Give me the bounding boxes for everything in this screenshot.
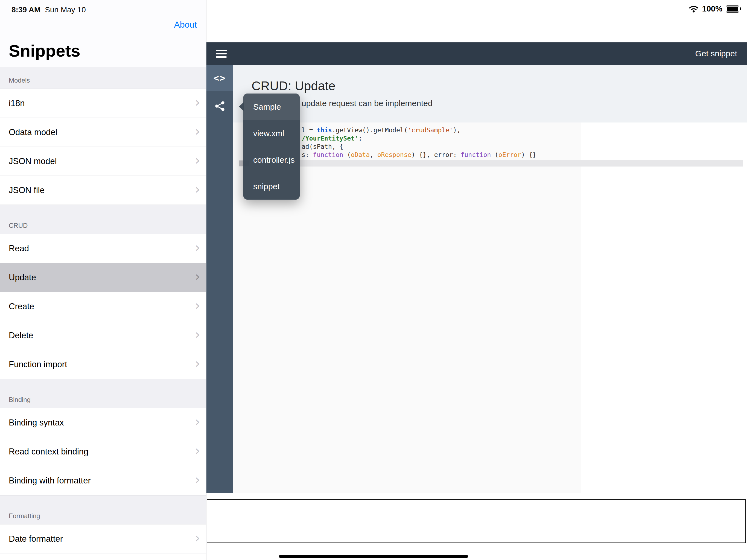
section-header-label: CRUD	[9, 222, 28, 229]
list-item-label: JSON model	[9, 156, 195, 166]
list-item-label: Read context binding	[9, 447, 195, 457]
list-item-read[interactable]: Read›	[0, 234, 206, 263]
code-token: ) {}	[521, 151, 536, 158]
list-item-label: Update	[9, 273, 195, 282]
home-indicator[interactable]	[279, 555, 468, 558]
list-item-update[interactable]: Update›	[0, 263, 206, 292]
hamburger-icon	[216, 50, 227, 51]
sidebar-list: Modelsi18n›Odata model›JSON model›JSON f…	[0, 67, 206, 560]
code-token: oError	[498, 151, 521, 158]
chevron-right-icon: ›	[195, 96, 200, 108]
code-block: l = this.getView().getModel('crudSample'…	[302, 126, 537, 159]
detail-navbar: Get snippet	[206, 42, 747, 65]
list-item-json-model[interactable]: JSON model›	[0, 147, 206, 176]
chevron-right-icon: ›	[195, 241, 200, 254]
list-item-label: Date formatter	[9, 534, 195, 544]
code-token: l =	[302, 127, 317, 134]
section-header-formatting: Formatting	[0, 495, 206, 525]
popover-item-snippet[interactable]: snippet	[243, 173, 300, 200]
code-area-right-margin	[581, 123, 747, 493]
chevron-right-icon: ›	[195, 299, 200, 312]
code-token: .getView().getModel(	[332, 127, 408, 134]
code-horizontal-scrollbar[interactable]	[239, 160, 743, 167]
chevron-right-icon: ›	[195, 444, 200, 457]
section-header-label: Models	[9, 77, 30, 84]
status-date: Sun May 10	[45, 5, 85, 14]
popover-item-label: controller.js	[253, 155, 295, 164]
list-item-label: Read	[9, 244, 195, 253]
status-time: 8:39 AM	[11, 5, 41, 14]
popover-item-controller-js[interactable]: controller.js	[243, 147, 300, 173]
get-snippet-button[interactable]: Get snippet	[695, 49, 737, 58]
code-token: this	[317, 127, 332, 134]
popover-item-label: snippet	[253, 182, 280, 191]
banner-zone	[206, 493, 747, 560]
popover-arrow	[239, 102, 243, 111]
list-item-label: Binding syntax	[9, 418, 195, 428]
code-view-button[interactable]: <>	[206, 65, 233, 91]
list-item-binding-syntax[interactable]: Binding syntax›	[0, 408, 206, 437]
code-token: /YourEntitySet'	[302, 135, 358, 142]
list-item-odata-model[interactable]: Odata model›	[0, 118, 206, 147]
battery-fill	[727, 6, 738, 11]
list-item-formatter-function[interactable]: Formatter function›	[0, 554, 206, 560]
app-screen: 8:39 AMSun May 10 About Snippets Modelsi…	[0, 0, 747, 560]
section-header-models: Models	[0, 67, 206, 89]
banner-frame	[207, 499, 746, 543]
chevron-right-icon: ›	[195, 473, 200, 486]
code-token: function	[313, 151, 343, 158]
detail-subtitle: update request can be implemented	[302, 99, 433, 108]
section-header-crud: CRUD	[0, 205, 206, 234]
code-line-3: ad(sPath, {	[302, 143, 537, 151]
popover-item-sample[interactable]: Sample	[243, 94, 300, 120]
list-item-label: Binding with formatter	[9, 476, 195, 486]
code-token: (	[343, 151, 351, 158]
battery-percent-label: 100%	[702, 4, 722, 14]
menu-button[interactable]	[216, 48, 227, 59]
list-item-delete[interactable]: Delete›	[0, 321, 206, 350]
code-icon: <>	[213, 73, 226, 83]
nodes-icon	[214, 100, 226, 112]
code-token: ) {}, error:	[412, 151, 461, 158]
list-item-create[interactable]: Create›	[0, 292, 206, 321]
code-line-4: s: function (oData, oResponse) {}, error…	[302, 151, 537, 159]
list-item-date-formatter[interactable]: Date formatter›	[0, 525, 206, 554]
chevron-right-icon: ›	[195, 357, 200, 370]
list-item-label: Odata model	[9, 127, 195, 137]
code-token: oResponse	[377, 151, 412, 158]
page-title: Snippets	[9, 41, 80, 60]
list-item-label: Delete	[9, 331, 195, 340]
chevron-right-icon: ›	[195, 154, 200, 167]
wifi-icon	[689, 5, 699, 13]
list-item-json-file[interactable]: JSON file›	[0, 176, 206, 205]
list-item-i18n[interactable]: i18n›	[0, 89, 206, 118]
icon-rail: <>	[206, 65, 233, 493]
chevron-right-icon: ›	[195, 183, 200, 196]
code-token: ad(sPath, {	[302, 143, 343, 150]
code-token: ),	[453, 127, 461, 134]
sample-files-popover: Sampleview.xmlcontroller.jssnippet	[243, 94, 300, 200]
chevron-right-icon: ›	[195, 125, 200, 137]
about-link[interactable]: About	[174, 20, 197, 30]
battery-tip	[740, 7, 741, 10]
status-time-date: 8:39 AMSun May 10	[11, 5, 86, 14]
code-token: 'crudSample'	[408, 127, 453, 134]
code-token: (	[491, 151, 498, 158]
list-item-label: i18n	[9, 98, 195, 108]
chevron-right-icon: ›	[195, 270, 200, 283]
popover-item-view-xml[interactable]: view.xml	[243, 120, 300, 147]
list-item-label: Create	[9, 302, 195, 311]
list-item-read-context-binding[interactable]: Read context binding›	[0, 437, 206, 466]
code-line-2: /YourEntitySet';	[302, 134, 537, 143]
sample-files-button[interactable]	[206, 91, 233, 121]
list-item-binding-with-formatter[interactable]: Binding with formatter›	[0, 466, 206, 495]
popover-item-label: Sample	[253, 102, 281, 111]
detail-title: CRUD: Update	[252, 78, 335, 93]
sidebar: 8:39 AMSun May 10 About Snippets Modelsi…	[0, 0, 206, 560]
section-header-label: Formatting	[9, 512, 40, 520]
code-token: ,	[370, 151, 377, 158]
chevron-right-icon: ›	[195, 415, 200, 428]
list-item-function-import[interactable]: Function import›	[0, 350, 206, 379]
chevron-right-icon: ›	[195, 328, 200, 341]
battery-icon	[726, 5, 739, 12]
